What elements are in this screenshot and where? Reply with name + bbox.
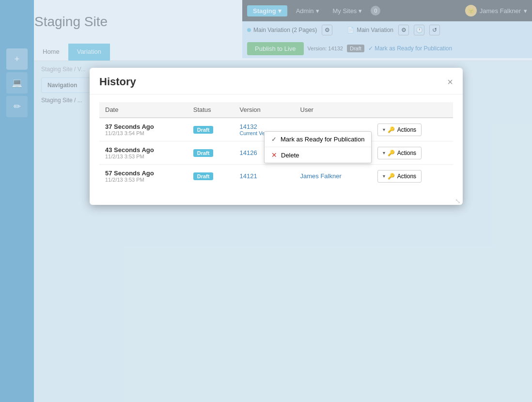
col-user: User (295, 102, 372, 118)
date-main-1: 37 Seconds Ago (105, 123, 182, 130)
date-sub-3: 11/2/13 3:53 PM (105, 177, 182, 183)
actions-dropdown-menu: ✓ Mark as Ready for Publication ✕ Delete (264, 131, 372, 163)
resize-handle[interactable]: ⤡ (455, 197, 461, 205)
date-sub-1: 11/2/13 3:54 PM (105, 130, 182, 136)
status-badge-1: Draft (193, 126, 214, 134)
caret-icon-3: ▾ (383, 173, 385, 179)
version-3[interactable]: 14121 (239, 172, 257, 180)
caret-icon-2: ▾ (383, 150, 385, 155)
actions-label-1: Actions (397, 126, 416, 133)
delete-label: Delete (281, 152, 299, 159)
key-icon-3: 🔑 (388, 173, 395, 180)
actions-label-3: Actions (397, 173, 416, 180)
check-icon: ✓ (271, 136, 277, 143)
col-actions (372, 102, 453, 118)
status-badge-2: Draft (193, 149, 214, 157)
actions-label-2: Actions (397, 150, 416, 156)
caret-icon-1: ▾ (383, 127, 385, 132)
mark-ready-item[interactable]: ✓ Mark as Ready for Publication (265, 132, 371, 147)
date-sub-2: 11/2/13 3:53 PM (105, 154, 182, 159)
col-date: Date (99, 102, 188, 118)
actions-button-1[interactable]: ▾ 🔑 Actions (377, 124, 422, 136)
key-icon-1: 🔑 (388, 126, 395, 133)
date-main-3: 57 Seconds Ago (105, 170, 182, 177)
actions-button-3[interactable]: ▾ 🔑 Actions (377, 170, 422, 183)
col-version: Version (234, 102, 294, 118)
mark-ready-label: Mark as Ready for Publication (281, 136, 364, 143)
key-icon-2: 🔑 (388, 150, 395, 156)
table-row: 57 Seconds Ago 11/2/13 3:53 PM Draft 141… (99, 165, 453, 188)
user-3[interactable]: James Falkner (300, 172, 342, 180)
version-2[interactable]: 14126 (239, 149, 257, 156)
modal-close-button[interactable]: × (447, 77, 453, 88)
version-1[interactable]: 14132 (239, 123, 288, 130)
date-main-2: 43 Seconds Ago (105, 146, 182, 154)
col-status: Status (188, 102, 234, 118)
delete-icon: ✕ (271, 151, 277, 159)
modal-title: History (99, 76, 136, 88)
modal-header: History × (90, 68, 463, 94)
modal-footer: ⤡ (90, 195, 463, 205)
delete-item[interactable]: ✕ Delete (265, 147, 371, 163)
status-badge-3: Draft (193, 172, 214, 180)
actions-button-2[interactable]: ▾ 🔑 Actions (377, 147, 422, 159)
